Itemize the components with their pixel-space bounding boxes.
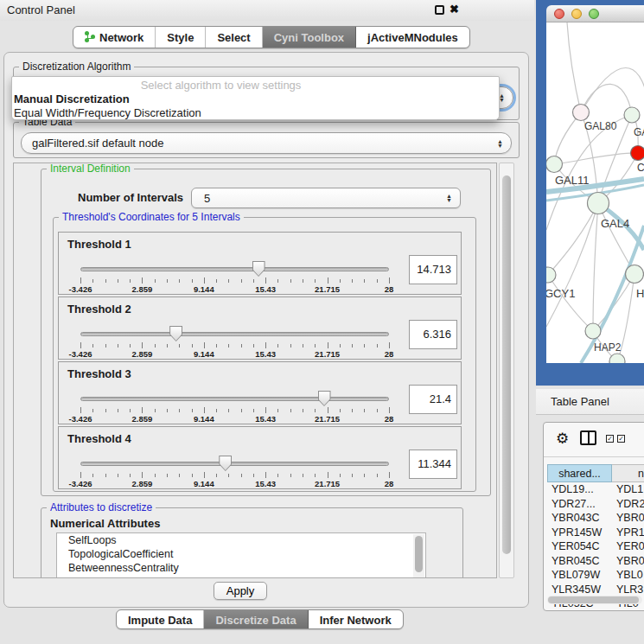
- table-panel: ⚙ ✓ ✓ shared... na YDL19... YDL1 YDR27..…: [543, 422, 644, 611]
- node-label: HAP2: [594, 341, 622, 354]
- cell[interactable]: YDL19...: [547, 482, 612, 497]
- algorithm-prompt: Select algorithm to view settings: [12, 79, 430, 92]
- tab-select[interactable]: Select: [206, 27, 262, 48]
- slider-track[interactable]: [80, 332, 389, 336]
- gear-icon[interactable]: ⚙: [556, 430, 569, 448]
- node-gal80[interactable]: [573, 105, 590, 121]
- close-traffic-light-icon[interactable]: [554, 9, 564, 19]
- threshold-3-value[interactable]: 21.4: [409, 385, 457, 414]
- column-header-shared[interactable]: shared...: [547, 464, 612, 482]
- cell[interactable]: YBL0: [612, 568, 644, 583]
- network-node-labels: GAL80 GA C GAL11 GAL4 GCY1 H HAP2: [546, 120, 644, 354]
- threshold-1-value[interactable]: 14.713: [409, 255, 457, 284]
- numerical-attributes-list[interactable]: SelfLoops TopologicalCoefficient Between…: [56, 532, 426, 578]
- cell[interactable]: YBR043C: [547, 511, 612, 526]
- table-row[interactable]: YER054C YER0: [547, 539, 644, 554]
- checkbox-icon[interactable]: ✓: [606, 435, 614, 443]
- thresholds-group-label: Threshold's Coordinates for 5 Intervals: [59, 211, 244, 224]
- node-gal4[interactable]: [588, 193, 609, 214]
- column-header-name[interactable]: na: [612, 464, 644, 482]
- tab-impute-data[interactable]: Impute Data: [117, 610, 204, 629]
- slider-track[interactable]: [80, 397, 389, 401]
- algorithm-option-equal-width[interactable]: Equal Width/Frequency Discretization: [14, 106, 201, 119]
- cell[interactable]: YBR045C: [547, 554, 612, 569]
- cell[interactable]: YBL079W: [547, 568, 612, 583]
- minimize-traffic-light-icon[interactable]: [571, 9, 582, 19]
- num-intervals-combobox[interactable]: 5 ▲▼: [191, 188, 461, 208]
- tab-cyni-toolbox[interactable]: Cyni Toolbox: [263, 27, 356, 48]
- list-item[interactable]: TopologicalCoefficient: [57, 547, 425, 561]
- slider-ticks: [80, 277, 389, 284]
- tab-cyni-toolbox-label: Cyni Toolbox: [274, 31, 344, 44]
- table-data-combobox[interactable]: galFiltered.sif default node ▲▼: [21, 132, 512, 154]
- tab-style[interactable]: Style: [156, 27, 206, 48]
- node-hap2[interactable]: [585, 323, 601, 339]
- cell[interactable]: YBR0: [612, 511, 644, 526]
- split-columns-icon[interactable]: [580, 430, 596, 445]
- network-window-titlebar[interactable]: [546, 5, 644, 22]
- tab-discretize-data[interactable]: Discretize Data: [204, 610, 308, 629]
- slider-tick-labels: -3.4262.8599.14415.4321.71528: [80, 349, 389, 358]
- list-scrollbar[interactable]: [413, 534, 424, 578]
- threshold-2-slider[interactable]: -3.4262.8599.14415.4321.71528: [80, 323, 389, 360]
- tab-network[interactable]: Network: [73, 27, 156, 48]
- close-icon[interactable]: ✖: [450, 3, 459, 16]
- bottom-tab-bar: Impute Data Discretize Data Infer Networ…: [116, 609, 404, 629]
- table-row[interactable]: YPR145W YPR1: [547, 526, 644, 540]
- cell[interactable]: YBR0: [612, 554, 644, 569]
- node-table: shared... na YDL19... YDL1 YDR27... YDR2…: [547, 464, 644, 611]
- scrollbar-thumb[interactable]: [502, 175, 511, 554]
- node-right[interactable]: [626, 265, 644, 284]
- node-top-right[interactable]: [624, 107, 640, 123]
- table-row[interactable]: YBR045C YBR0: [547, 554, 644, 569]
- cell[interactable]: YPR1: [612, 526, 644, 540]
- table-horizontal-scrollbar[interactable]: [547, 596, 642, 604]
- threshold-2-value[interactable]: 6.316: [409, 320, 457, 349]
- slider-thumb[interactable]: [219, 456, 232, 471]
- slider-thumb[interactable]: [252, 261, 265, 277]
- threshold-3-slider[interactable]: -3.4262.8599.14415.4321.71528: [80, 388, 389, 424]
- slider-thumb[interactable]: [169, 326, 182, 341]
- algorithm-option-manual[interactable]: Manual Discretization: [14, 92, 130, 105]
- table-data-value: galFiltered.sif default node: [32, 137, 163, 150]
- float-window-icon[interactable]: [435, 5, 444, 15]
- checkbox-icon[interactable]: ✓: [617, 435, 625, 443]
- threshold-1-slider[interactable]: -3.4262.8599.14415.4321.71528: [80, 258, 389, 295]
- settings-scrollbar[interactable]: [499, 163, 514, 578]
- interval-definition-label: Interval Definition: [47, 163, 134, 175]
- cell[interactable]: YPR145W: [547, 526, 612, 540]
- network-graph: GAL80 GA C GAL11 GAL4 GCY1 H HAP2: [546, 22, 644, 363]
- slider-track[interactable]: [80, 267, 389, 271]
- list-item[interactable]: SelfLoops: [57, 533, 425, 547]
- list-item[interactable]: BetweennessCentrality: [57, 561, 425, 575]
- node-bottom[interactable]: [609, 354, 625, 363]
- table-row[interactable]: YBL079W YBL0: [547, 568, 644, 583]
- slider-track[interactable]: [80, 462, 389, 466]
- threshold-4-value[interactable]: 11.344: [409, 450, 457, 479]
- apply-button[interactable]: Apply: [214, 582, 267, 600]
- node-gcy1[interactable]: [546, 267, 556, 283]
- cell[interactable]: YDL1: [612, 482, 644, 497]
- cell[interactable]: YER054C: [547, 539, 612, 554]
- tab-jactivemnodules[interactable]: jActiveMNodules: [356, 27, 469, 48]
- table-data-group: Table Data galFiltered.sif default node …: [13, 122, 520, 158]
- network-canvas[interactable]: GAL80 GA C GAL11 GAL4 GCY1 H HAP2: [546, 22, 644, 363]
- tab-infer-network[interactable]: Infer Network: [309, 610, 403, 629]
- slider-thumb[interactable]: [318, 391, 331, 406]
- zoom-traffic-light-icon[interactable]: [589, 9, 599, 19]
- cell[interactable]: YDR27...: [547, 497, 612, 512]
- cell[interactable]: YDR2: [612, 497, 644, 512]
- threshold-4-slider[interactable]: -3.4262.8599.14415.4321.71528: [80, 453, 389, 489]
- table-row[interactable]: YLR345W YLR3: [547, 583, 644, 597]
- scrollbar-thumb[interactable]: [548, 596, 639, 603]
- table-row[interactable]: YDR27... YDR2: [547, 497, 644, 512]
- table-row[interactable]: YDL19... YDL1: [547, 482, 644, 497]
- node-gal11[interactable]: [546, 156, 563, 173]
- node-red-selected[interactable]: [631, 146, 644, 161]
- cell[interactable]: YER0: [612, 539, 644, 554]
- table-row[interactable]: YBR043C YBR0: [547, 511, 644, 526]
- interval-definition-group: Interval Definition Number of Intervals …: [41, 169, 491, 496]
- cell[interactable]: YLR3: [612, 583, 644, 597]
- threshold-4-label: Threshold 4: [67, 432, 131, 445]
- cell[interactable]: YLR345W: [547, 583, 612, 597]
